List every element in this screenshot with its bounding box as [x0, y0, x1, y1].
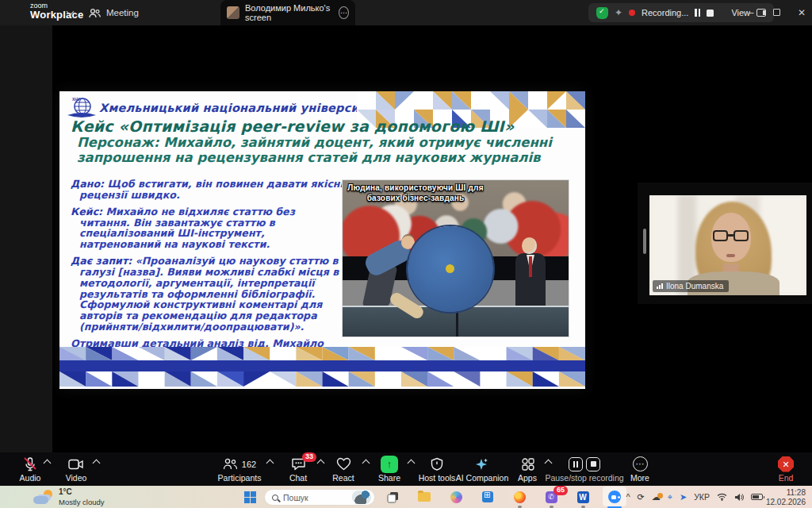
mosaic-pattern-bottom: [59, 347, 585, 387]
pause-recording-icon[interactable]: [695, 9, 700, 17]
speaker-icon[interactable]: [734, 493, 744, 502]
battery-icon[interactable]: [751, 494, 763, 500]
avatar: [227, 6, 239, 19]
stop-button-icon[interactable]: [586, 457, 600, 471]
participant-video: Ilona Dumanska: [649, 195, 806, 295]
end-button[interactable]: ✕ End: [756, 456, 812, 483]
security-shield-icon[interactable]: [596, 7, 608, 19]
more-ellipsis-icon: ⋯: [610, 456, 670, 472]
paragraph-keis: Кейс: Михайло не відхиляє статтю без чит…: [71, 206, 345, 250]
firefox-running-dot: [518, 506, 522, 508]
file-explorer-button[interactable]: [414, 488, 435, 506]
paragraph-zapyt: Дає запит: «Проаналізуй цю наукову статт…: [71, 256, 345, 333]
viber-running-dot: [550, 506, 553, 508]
recording-dot-icon: [629, 10, 635, 16]
zoom-workplace-logo: zoom Workplace: [30, 2, 83, 20]
shared-screen-letterbox: [0, 25, 52, 452]
figure-right-head: [522, 237, 537, 254]
search-placeholder: Пошук: [283, 493, 308, 502]
svg-text:ХНУ: ХНУ: [72, 97, 81, 102]
firefox-button[interactable]: [509, 488, 530, 506]
copilot-button[interactable]: [446, 488, 466, 506]
word-button[interactable]: W: [573, 488, 593, 506]
titlebar: zoom Workplace Meeting Володимир Милько'…: [0, 0, 812, 25]
shared-screen-tab-label: Володимир Милько's screen: [245, 3, 333, 22]
paragraph-dano: Дано: Щоб встигати, він повинен давати я…: [71, 179, 345, 201]
search-daily-image[interactable]: [352, 491, 371, 504]
weather-cloud-icon: [33, 490, 54, 504]
meeting-people-icon: [89, 8, 101, 18]
participants-button[interactable]: 162 Participants: [203, 456, 276, 483]
audio-signal-icon: [657, 283, 663, 289]
end-meeting-icon: ✕: [756, 456, 812, 472]
pause-button-icon[interactable]: [569, 457, 583, 471]
search-box[interactable]: Пошук: [264, 489, 375, 506]
tray-chevron-icon[interactable]: ^: [626, 492, 630, 502]
weather-condition: Mostly cloudy: [59, 498, 105, 506]
taskbar-clock[interactable]: 11:28 12.02.2026: [766, 488, 806, 506]
participant-video-tile[interactable]: Ilona Dumanska: [638, 183, 812, 304]
more-button[interactable]: ⋯ More: [610, 456, 670, 483]
weather-widget[interactable]: 1°CMostly cloudy: [33, 487, 105, 506]
tab-shared-screen[interactable]: Володимир Милько's screen ⋯: [220, 0, 355, 25]
slide-title: Кейс «Оптимізація peer-review за допомог…: [71, 117, 514, 135]
task-view-button[interactable]: [382, 488, 403, 506]
viber-button[interactable]: ✆ 65: [541, 488, 561, 506]
participant-name-tag: Ilona Dumanska: [653, 280, 729, 292]
zoom-app-window: zoom Workplace Meeting Володимир Милько'…: [0, 0, 812, 508]
copilot-icon: [450, 491, 462, 503]
slide-subtitle: Персонаж: Михайло, зайнятий доцент, який…: [77, 136, 576, 166]
tab-meeting[interactable]: Meeting: [89, 0, 139, 25]
search-icon: [272, 495, 278, 501]
participant-name: Ilona Dumanska: [666, 282, 723, 291]
wifi-icon[interactable]: [717, 493, 727, 501]
participants-icon: 162: [203, 456, 276, 472]
microsoft-store-button[interactable]: [477, 488, 498, 506]
location-in-use-icon[interactable]: ➤: [680, 492, 687, 502]
participant-mouth: [726, 254, 735, 257]
meeting-tab-label: Meeting: [106, 8, 139, 17]
figure-right-tie: [529, 256, 532, 277]
recording-label: Recording...: [642, 8, 688, 17]
close-button[interactable]: ✕: [790, 0, 812, 25]
minimize-button[interactable]: –: [739, 0, 763, 25]
language-indicator[interactable]: УКР: [694, 492, 710, 502]
maximize-button[interactable]: [764, 0, 788, 25]
windows-taskbar: 1°CMostly cloudy Пошук ✆ 65 W ^ ⟳ ☁: [0, 486, 812, 508]
mic-in-use-icon[interactable]: ⌖: [668, 492, 672, 502]
date: 12.02.2026: [766, 498, 806, 507]
firefox-icon: [514, 491, 526, 503]
glasses-bridge: [728, 234, 734, 237]
word-icon: W: [577, 491, 589, 503]
university-name: Хмельницький національний університет: [99, 102, 381, 114]
folder-icon: [418, 492, 431, 502]
onedrive-cloud-icon[interactable]: ☁: [652, 492, 661, 502]
glasses-right-lens: [733, 230, 749, 241]
viber-badge: 65: [553, 486, 568, 495]
stop-recording-icon[interactable]: [707, 10, 714, 17]
store-icon: [482, 491, 493, 502]
ping-pong-ball: [446, 264, 454, 273]
sync-icon[interactable]: ⟳: [638, 492, 645, 502]
meeting-toolbar: Audio Video 162 Pa: [0, 452, 812, 486]
presentation-slide: ХНУ Хмельницький національний університе…: [59, 91, 585, 389]
tab-options-icon[interactable]: ⋯: [339, 6, 349, 19]
system-tray: ^ ⟳ ☁ ⌖ ➤ УКР: [626, 486, 763, 508]
slide-photo-meme: Людина, використовуючи ШІ для базових бі…: [343, 180, 569, 337]
ai-sparkle-icon[interactable]: ✦: [615, 7, 622, 18]
word-running-dot: [581, 506, 585, 508]
start-button[interactable]: [244, 491, 256, 503]
glasses-left-lens: [713, 230, 728, 241]
zoom-app-button[interactable]: [604, 488, 625, 506]
meme-caption: Людина, використовуючи ШІ для базових бі…: [347, 183, 484, 203]
time: 11:28: [766, 488, 806, 498]
zoom-app-icon: [608, 491, 621, 503]
temperature: 1°C: [59, 487, 105, 498]
participants-count: 162: [242, 460, 256, 469]
video-drag-handle[interactable]: [643, 229, 646, 254]
